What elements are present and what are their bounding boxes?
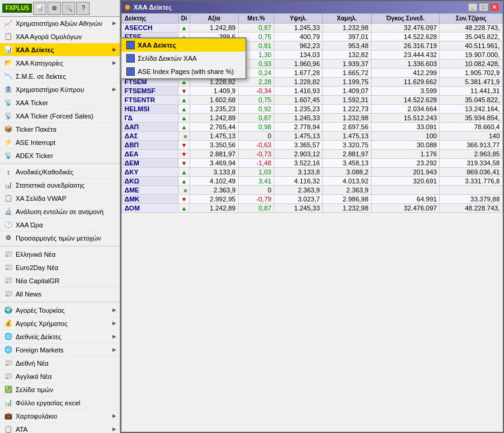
sidebar-item-26[interactable]: 📰 Αγγλικά Νέα — [0, 370, 120, 383]
sidebar-item-30[interactable]: 📋 ΑΤΑ ▶ — [0, 423, 120, 433]
cell-di: ▲ — [178, 105, 189, 114]
sidebar-item-15[interactable]: 🕐 ΧΑΑ Ώρα — [0, 218, 120, 232]
cell-turnover: 10.082.428, — [440, 60, 503, 69]
cell-name: FTSEMSF — [122, 87, 179, 96]
cell-high: 1.416,93 — [274, 87, 323, 96]
cell-change: 3,41 — [238, 177, 274, 186]
col-header-4[interactable]: Υψηλ. — [274, 14, 323, 23]
table-row[interactable]: FTSENTR ▲ 1.602,68 0,75 1.607,45 1.592,3… — [122, 96, 503, 105]
cell-di: ▼ — [178, 141, 189, 150]
close-btn[interactable]: ✕ — [490, 3, 499, 11]
sidebar-item-6[interactable]: 📡 ΧΑΑ Ticker — [0, 96, 120, 109]
submenu-item-0[interactable]: ΧΑΑ Δείκτες — [121, 38, 245, 52]
table-row[interactable]: FTSEMSF ▼ 1.409,9 -0,34 1.416,93 1.409,0… — [122, 87, 503, 96]
sidebar-item-2[interactable]: 📊 ΧΑΑ Δείκτες ▶ — [0, 43, 120, 57]
col-header-7[interactable]: Συν.Τζίρος — [440, 14, 503, 23]
cell-volume: 23.444.432 — [371, 51, 440, 60]
toolbar-settings-btn[interactable]: ⚙ — [48, 2, 61, 15]
sidebar-item-17[interactable]: 📰 Ελληνικά Νέα — [0, 248, 120, 261]
table-row[interactable]: ΔΒΠ ▼ 3.350,56 -0,63 3.365,57 3.320,75 3… — [122, 141, 503, 150]
submenu-item-2[interactable]: ASE Index Pages (with share %) — [121, 65, 245, 78]
col-header-2[interactable]: Αξία — [189, 14, 238, 23]
col-header-0[interactable]: Δείκτης — [122, 14, 179, 23]
sidebar-item-21[interactable]: 🌍 Αγορές Τουρκίας ▶ — [0, 304, 120, 317]
foreign-icon: 🌐 — [4, 345, 13, 355]
maximize-btn[interactable]: □ — [479, 3, 488, 11]
table-row[interactable]: ΔΑΣ ■ 1.475,13 0 1.475,13 1.475,13 100 1… — [122, 132, 503, 141]
cell-turnover: 48.228.743, — [440, 204, 503, 213]
sidebar-item-9[interactable]: ⚡ ASE Interrupt — [0, 136, 120, 149]
sidebar-item-14[interactable]: 🔬 Ανάλυση εντολών σε αναμονή — [0, 205, 120, 218]
sidebar-item-0[interactable]: 📈 Χρηματιστήριο Αξιών Αθηνών ▶ — [0, 17, 120, 30]
cell-value: 3.133,8 — [189, 168, 238, 177]
table-row[interactable]: ΔΚΥ ▲ 3.133,8 1,03 3.133,8 3.088,2 201.9… — [122, 168, 503, 177]
page-sm-icon — [126, 54, 135, 63]
sidebar-item-10[interactable]: 📡 ADEX Ticker — [0, 149, 120, 162]
table-row[interactable]: ΔΜΚ ▼ 2.992,95 -0,79 3.023,7 2.986,98 64… — [122, 195, 503, 204]
sidebar-label-24: Foreign Markets — [16, 346, 112, 354]
sidebar-item-8[interactable]: 📦 Ticker Πακέτα — [0, 123, 120, 136]
sidebar-item-23[interactable]: 🌐 Διεθνείς Δείκτες ▶ — [0, 330, 120, 343]
sidebar-label-30: ΑΤΑ — [16, 426, 112, 433]
cell-turnover: 19.907.000, — [440, 51, 503, 60]
sidebar-item-20[interactable]: 📰 All News — [0, 287, 120, 301]
separator-2 — [0, 246, 120, 247]
col-header-5[interactable]: Χαμηλ. — [322, 14, 371, 23]
clock-icon: 🕐 — [4, 220, 13, 230]
table-row[interactable]: ASECCH ▲ 1.242,89 0,87 1.245,33 1.232,98… — [122, 23, 503, 32]
sidebar-item-24[interactable]: 🌐 Foreign Markets ▶ — [0, 343, 120, 357]
ase-sm-icon — [126, 67, 135, 76]
sidebar-item-3[interactable]: 📂 ΧΑΑ Κατηγορίες ▶ — [0, 57, 120, 70]
cell-volume: 100 — [371, 132, 440, 141]
submenu-item-1[interactable]: Σελίδα Δεικτών ΧΑΑ — [121, 52, 245, 65]
sidebar-item-19[interactable]: 📰 Νέα CapitalGR — [0, 274, 120, 287]
table-row[interactable]: ΓΔ ▲ 1.242,89 0,87 1.245,33 1.232,98 15.… — [122, 114, 503, 123]
cell-di: ▼ — [178, 87, 189, 96]
table-row[interactable]: ΔΚΩ ▲ 4.102,49 3,41 4.116,32 4.013,92 32… — [122, 177, 503, 186]
cell-high: 962,23 — [274, 41, 323, 51]
sidebar-item-22[interactable]: 💰 Αγορές Χρήματος ▶ — [0, 317, 120, 330]
cell-high: 4.116,32 — [274, 177, 323, 186]
table-row[interactable]: HELMSI ▲ 1.235,23 0,92 1.235,23 1.222,73… — [122, 105, 503, 114]
sidebar-item-16[interactable]: ⚙ Προσαρμογές τιμών μετοχών — [0, 232, 120, 245]
sidebar-item-11[interactable]: ↕ Ανοδικές/Καθοδικές — [0, 165, 120, 179]
table-row[interactable]: ΔΜΕ ■ 2.363,9 0 2.363,9 2.363,9 — [122, 186, 503, 195]
prices-icon: 💹 — [4, 385, 13, 395]
table-row[interactable]: ΔΑΠ ▲ 2.765,44 0,98 2.778,94 2.697,56 33… — [122, 123, 503, 132]
toolbar-search-btn[interactable]: 🔍 — [62, 2, 75, 15]
sidebar-item-27[interactable]: 💹 Σελίδα τιμών — [0, 383, 120, 396]
sidebar-label-13: ΧΑ Σελίδα VWAP — [16, 195, 116, 202]
cell-turnover: 33.379,88 — [440, 195, 503, 204]
sidebar-item-28[interactable]: 📊 Φύλλο εργασίας excel — [0, 396, 120, 410]
sidebar-item-25[interactable]: 📰 Διεθνή Νέα — [0, 357, 120, 370]
cell-di: ▲ — [178, 114, 189, 123]
sidebar-item-4[interactable]: 📉 Σ.Μ.Ε. σε δείκτες — [0, 70, 120, 83]
cell-turnover: 140 — [440, 132, 503, 141]
cyprus-icon: 🏦 — [4, 85, 13, 94]
toolbar-help-btn[interactable]: ? — [76, 2, 90, 15]
logo[interactable]: FXPLUS — [2, 4, 32, 13]
cell-change: 0,92 — [238, 105, 274, 114]
table-row[interactable]: ΔΕΜ ▼ 3.469,94 -1,48 3.522,16 3.458,13 2… — [122, 159, 503, 168]
cell-name: ΔΕΜ — [122, 159, 179, 168]
minimize-btn[interactable]: _ — [468, 3, 478, 11]
col-header-3[interactable]: Μετ.% — [238, 14, 274, 23]
table-row[interactable]: ΔΕΑ ▼ 2.881,97 -0,73 2.903,12 2.881,97 1… — [122, 150, 503, 159]
col-header-1[interactable]: Di — [178, 14, 189, 23]
table-row[interactable]: ΔΟΜ ▲ 1.242,89 0,87 1.245,33 1.232,98 32… — [122, 204, 503, 213]
cell-turnover: 869.036,41 — [440, 168, 503, 177]
toolbar-chart-btn[interactable]: 📊 — [33, 2, 46, 15]
sidebar-item-13[interactable]: 📋 ΧΑ Σελίδα VWAP — [0, 192, 120, 205]
interrupt-icon: ⚡ — [4, 138, 13, 147]
sidebar-item-1[interactable]: 📋 ΧΑΑ Αγορά Ομολόγων — [0, 30, 120, 43]
cell-low: 3.088,2 — [322, 168, 371, 177]
sidebar-item-18[interactable]: 📰 Euro2Day Νέα — [0, 261, 120, 274]
sidebar-item-5[interactable]: 🏦 Χρηματιστήριο Κύπρου ▶ — [0, 83, 120, 96]
sidebar-item-12[interactable]: 📊 Στατιστικά συνεδρίασης — [0, 179, 120, 192]
cell-turnover: 35.934.854, — [440, 114, 503, 123]
chart-icon: 📈 — [4, 19, 13, 28]
cell-name: ΔΒΠ — [122, 141, 179, 150]
col-header-6[interactable]: Όγκος Συνεδ. — [371, 14, 440, 23]
sidebar-item-29[interactable]: 💼 Χαρτοφυλάκιο ▶ — [0, 410, 120, 423]
sidebar-item-7[interactable]: 📡 ΧΑΑ Ticker (Forced Sales) — [0, 109, 120, 123]
